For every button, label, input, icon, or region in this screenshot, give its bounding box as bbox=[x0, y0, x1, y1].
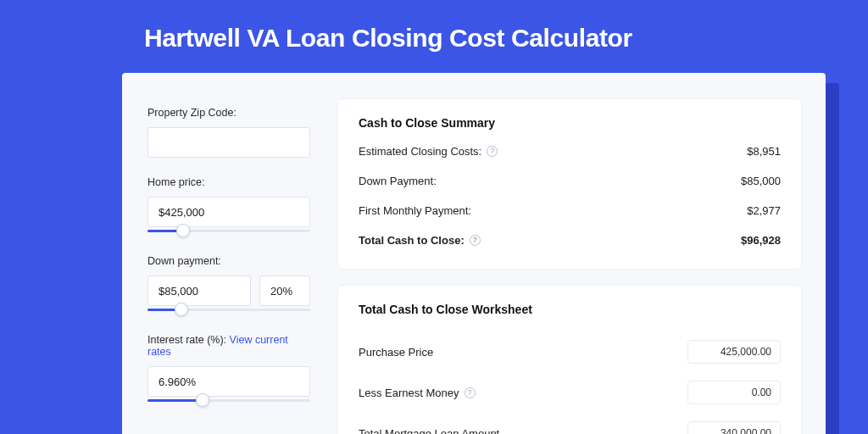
interest-rate-field: Interest rate (%): View current rates bbox=[147, 334, 310, 406]
results-panel: Cash to Close Summary Estimated Closing … bbox=[326, 73, 826, 434]
interest-rate-slider[interactable] bbox=[147, 396, 310, 406]
worksheet-row-input[interactable] bbox=[687, 421, 781, 434]
down-payment-input[interactable] bbox=[147, 275, 251, 306]
summary-row-value: $85,000 bbox=[741, 175, 781, 187]
down-payment-slider[interactable] bbox=[147, 305, 310, 315]
zip-input[interactable] bbox=[147, 127, 310, 158]
worksheet-row-label: Less Earnest Money bbox=[359, 387, 459, 399]
worksheet-panel: Total Cash to Close Worksheet Purchase P… bbox=[337, 285, 802, 434]
zip-label: Property Zip Code: bbox=[147, 107, 310, 119]
worksheet-row-label: Total Mortgage Loan Amount bbox=[359, 427, 499, 435]
worksheet-row: Less Earnest Money ? bbox=[359, 372, 781, 413]
worksheet-row: Total Mortgage Loan Amount bbox=[359, 413, 781, 434]
down-payment-field: Down payment: bbox=[147, 255, 310, 315]
summary-row: First Monthly Payment: $2,977 bbox=[359, 204, 781, 234]
summary-title: Cash to Close Summary bbox=[359, 116, 781, 130]
summary-total-label: Total Cash to Close: bbox=[359, 234, 465, 247]
summary-row-value: $2,977 bbox=[747, 204, 781, 217]
summary-row-value: $8,951 bbox=[747, 145, 781, 158]
calculator-card: Property Zip Code: Home price: Down paym… bbox=[122, 73, 826, 434]
help-icon[interactable]: ? bbox=[487, 146, 498, 157]
interest-rate-label: Interest rate (%): View current rates bbox=[147, 334, 310, 358]
slider-thumb-icon[interactable] bbox=[176, 224, 190, 237]
slider-thumb-icon[interactable] bbox=[196, 393, 209, 407]
help-icon[interactable]: ? bbox=[470, 235, 481, 246]
summary-row: Down Payment: $85,000 bbox=[359, 175, 781, 204]
worksheet-row-input[interactable] bbox=[687, 381, 781, 404]
summary-total-value: $96,928 bbox=[741, 234, 781, 247]
worksheet-row: Purchase Price bbox=[359, 331, 781, 372]
worksheet-row-input[interactable] bbox=[687, 340, 781, 364]
page-title: Hartwell VA Loan Closing Cost Calculator bbox=[0, 0, 868, 71]
summary-row: Estimated Closing Costs: ? $8,951 bbox=[359, 145, 781, 175]
summary-panel: Cash to Close Summary Estimated Closing … bbox=[337, 98, 802, 270]
home-price-field: Home price: bbox=[147, 176, 310, 236]
slider-thumb-icon[interactable] bbox=[175, 303, 188, 316]
inputs-panel: Property Zip Code: Home price: Down paym… bbox=[122, 73, 326, 434]
zip-field: Property Zip Code: bbox=[147, 107, 310, 158]
down-payment-label: Down payment: bbox=[147, 255, 310, 267]
home-price-input[interactable] bbox=[147, 197, 310, 227]
down-payment-pct-input[interactable] bbox=[259, 275, 310, 306]
worksheet-row-label: Purchase Price bbox=[359, 346, 433, 359]
help-icon[interactable]: ? bbox=[465, 387, 476, 398]
interest-rate-input[interactable] bbox=[147, 366, 310, 397]
summary-total-row: Total Cash to Close: ? $96,928 bbox=[359, 234, 781, 264]
summary-row-label: First Monthly Payment: bbox=[359, 204, 471, 217]
worksheet-title: Total Cash to Close Worksheet bbox=[359, 303, 781, 316]
home-price-slider[interactable] bbox=[147, 226, 310, 236]
summary-row-label: Down Payment: bbox=[359, 175, 437, 187]
summary-row-label: Estimated Closing Costs: bbox=[359, 145, 481, 158]
home-price-label: Home price: bbox=[147, 176, 310, 188]
